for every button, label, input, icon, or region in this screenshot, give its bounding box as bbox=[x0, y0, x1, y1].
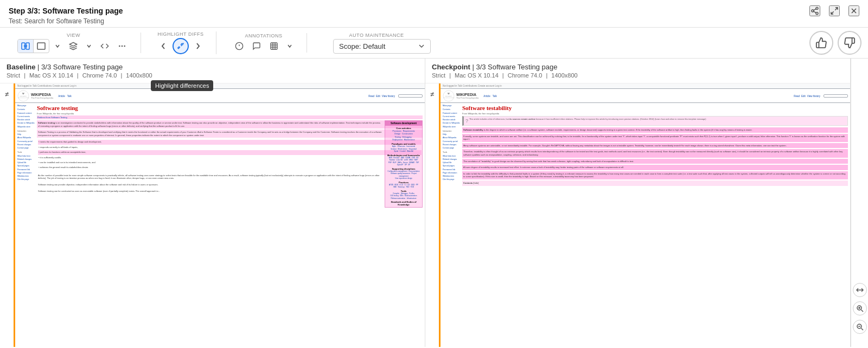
svg-marker-13 bbox=[69, 42, 76, 46]
layers-dropdown-button[interactable] bbox=[83, 41, 95, 51]
svg-point-16 bbox=[124, 46, 125, 47]
svg-line-6 bbox=[831, 11, 834, 14]
svg-text:The Free Encyclopedia: The Free Encyclopedia bbox=[443, 97, 455, 98]
expand-width-button[interactable] bbox=[853, 283, 867, 297]
zoom-in-button[interactable] bbox=[853, 301, 867, 315]
page-subtitle: Test: Search for Software Testing bbox=[9, 17, 859, 25]
scope-dropdown[interactable]: Scope: Default bbox=[333, 39, 431, 54]
svg-line-5 bbox=[835, 8, 838, 10]
overlay-view-button[interactable] bbox=[34, 40, 49, 53]
svg-rect-10 bbox=[26, 43, 29, 49]
highlight-diffs-label: HIGHLIGHT DIFFS bbox=[158, 31, 204, 37]
prev-diff-button[interactable] bbox=[156, 40, 170, 52]
content-area: Baseline | 3/3 Software Testing page Str… bbox=[0, 59, 868, 347]
svg-point-0 bbox=[816, 7, 818, 9]
checkpoint-screenshot: Not logged in Talk Contributions Create … bbox=[441, 83, 850, 347]
baseline-meta: Strict | Mac OS X 10.14 | Chrome 74.0 | … bbox=[7, 72, 418, 79]
auto-maintenance-label: AUTO MAINTENANCE bbox=[349, 33, 404, 38]
svg-line-36 bbox=[861, 310, 863, 312]
baseline-diff-icon: ≠ bbox=[5, 90, 9, 98]
checkpoint-pane: Checkpoint | 3/3 Software Testing page S… bbox=[425, 59, 851, 347]
annotations-section: ANNOTATIONS bbox=[221, 33, 307, 53]
highlight-diffs-section: HIGHLIGHT DIFFS bbox=[145, 31, 216, 54]
baseline-screenshot: Not logged in Talk Contributions Create … bbox=[15, 83, 425, 347]
checkpoint-wiki-content: Not logged in Talk Contributions Create … bbox=[441, 83, 850, 347]
feedback-buttons bbox=[809, 31, 861, 55]
baseline-pane: Baseline | 3/3 Software Testing page Str… bbox=[0, 59, 425, 347]
right-sidebar bbox=[851, 59, 868, 347]
highlight-toggle-button[interactable] bbox=[173, 38, 189, 54]
scope-value: Scope: Default bbox=[339, 42, 385, 50]
checkpoint-body: ≠ Not logged in Talk Contributions Creat… bbox=[425, 83, 850, 347]
checkpoint-header: Checkpoint | 3/3 Software Testing page S… bbox=[425, 59, 850, 83]
svg-point-14 bbox=[119, 46, 120, 47]
view-toggle-group bbox=[17, 39, 49, 53]
annotation-comment-button[interactable] bbox=[249, 40, 264, 53]
annotations-label: ANNOTATIONS bbox=[245, 33, 282, 38]
svg-text:The Free Encyclopedia: The Free Encyclopedia bbox=[18, 97, 29, 98]
close-button[interactable] bbox=[848, 5, 859, 16]
baseline-header: Baseline | 3/3 Software Testing page Str… bbox=[0, 59, 425, 83]
more-options-button[interactable] bbox=[114, 40, 130, 53]
share-button[interactable] bbox=[809, 5, 820, 16]
svg-point-2 bbox=[816, 12, 818, 15]
view-section: VIEW bbox=[7, 33, 141, 53]
thumbs-up-button[interactable] bbox=[809, 31, 833, 55]
baseline-diff-indicator: ≠ bbox=[0, 83, 15, 347]
auto-maintenance-section: AUTO MAINTENANCE Scope: Default bbox=[311, 33, 442, 54]
svg-rect-9 bbox=[22, 43, 25, 49]
svg-point-15 bbox=[122, 46, 123, 47]
baseline-title: Baseline | 3/3 Software Testing page bbox=[7, 63, 418, 71]
expand-button[interactable] bbox=[829, 5, 840, 16]
annotation-warning-button[interactable] bbox=[232, 40, 247, 53]
svg-line-4 bbox=[814, 9, 816, 10]
baseline-body: ≠ Not logged in Talk Contributions Creat… bbox=[0, 83, 425, 347]
checkpoint-title: Checkpoint | 3/3 Software Testing page bbox=[432, 63, 844, 71]
toolbar: VIEW bbox=[0, 28, 868, 59]
svg-line-3 bbox=[814, 11, 816, 13]
checkpoint-diff-icon: ≠ bbox=[430, 90, 434, 98]
thumbs-down-button[interactable] bbox=[838, 31, 861, 55]
page-header: Step 3/3: Software Testing page Test: Se… bbox=[0, 0, 868, 28]
view-dropdown-button[interactable] bbox=[52, 41, 63, 51]
next-diff-button[interactable] bbox=[191, 40, 205, 52]
checkpoint-diff-indicator: ≠ bbox=[425, 83, 441, 347]
svg-rect-12 bbox=[37, 43, 45, 49]
checkpoint-wiki-title: Software testability bbox=[462, 105, 848, 111]
zoom-out-button[interactable] bbox=[853, 320, 867, 334]
split-view-button[interactable] bbox=[18, 40, 34, 53]
svg-rect-21 bbox=[271, 43, 277, 49]
svg-point-17 bbox=[182, 43, 183, 45]
checkpoint-meta: Strict | Mac OS X 10.14 | Chrome 74.0 | … bbox=[432, 72, 844, 79]
header-actions bbox=[809, 5, 859, 16]
svg-point-1 bbox=[812, 10, 814, 12]
layers-button[interactable] bbox=[66, 40, 81, 53]
annotation-dropdown-button[interactable] bbox=[284, 41, 296, 51]
baseline-wiki-content: Not logged in Talk Contributions Create … bbox=[15, 83, 425, 347]
view-label: VIEW bbox=[67, 33, 80, 38]
page-title: Step 3/3: Software Testing page bbox=[9, 7, 123, 15]
code-view-button[interactable] bbox=[97, 40, 112, 53]
annotation-region-button[interactable] bbox=[266, 40, 282, 53]
baseline-wiki-title: Software testing bbox=[37, 105, 423, 111]
svg-line-40 bbox=[861, 328, 863, 331]
